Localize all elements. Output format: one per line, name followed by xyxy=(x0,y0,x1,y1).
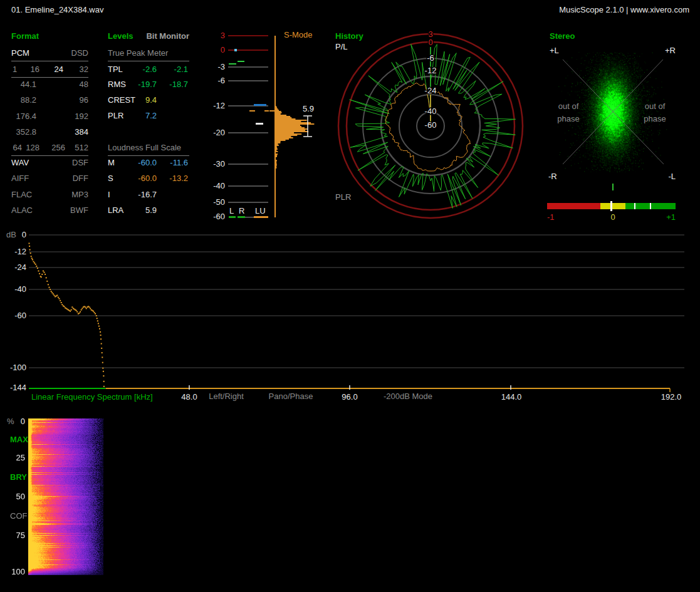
spectrogram-display xyxy=(28,418,103,575)
file-title: 01. Emeline_24X384.wav xyxy=(11,5,103,15)
svg-text:-60: -60 xyxy=(213,212,225,219)
format-divider xyxy=(11,77,88,78)
correlation-current-tick xyxy=(612,184,614,190)
format-value: 44.1 xyxy=(0,80,36,90)
correlation-label-zero: 0 xyxy=(607,212,619,222)
svg-text:-30: -30 xyxy=(213,159,225,169)
correlation-label-neg: -1 xyxy=(547,212,555,222)
levels-value: -2.1 xyxy=(158,65,188,75)
levels-value: 5.9 xyxy=(119,205,157,216)
brand-label: MusicScope 2.1.0 | www.xivero.com xyxy=(559,5,689,15)
correlation-segment xyxy=(547,203,600,209)
format-value: 384 xyxy=(51,127,88,137)
svg-text:-40: -40 xyxy=(14,284,26,294)
svg-text:0: 0 xyxy=(22,230,26,239)
svg-text:48.0: 48.0 xyxy=(181,392,197,402)
format-value: FLAC xyxy=(11,190,32,200)
peak-meter: 30-3-6-12-20-30-40-50-60LRLU xyxy=(212,31,271,219)
svg-text:-12: -12 xyxy=(213,101,225,110)
svg-text:-3: -3 xyxy=(217,62,225,71)
format-value: DSD xyxy=(51,48,88,58)
levels-divider xyxy=(108,155,189,156)
svg-text:0: 0 xyxy=(221,45,225,55)
levels-section-title: Loudness Full Scale xyxy=(108,143,181,153)
svg-text:-144: -144 xyxy=(10,383,26,392)
correlation-scale-tick xyxy=(650,203,651,209)
format-divider xyxy=(11,61,88,61)
spectrogram-marker-bry: BRY xyxy=(10,472,27,482)
svg-text:-40: -40 xyxy=(425,106,437,116)
format-value: 352.8 xyxy=(0,127,36,137)
svg-text:3: 3 xyxy=(221,31,225,40)
format-value: DFF xyxy=(51,174,88,184)
svg-text:dB: dB xyxy=(6,230,16,239)
tab-bit-monitor[interactable]: Bit Monitor xyxy=(135,31,189,41)
format-value: DSF xyxy=(51,158,88,168)
svg-text:-60: -60 xyxy=(14,311,26,320)
svg-text:L: L xyxy=(229,206,234,216)
format-value: 48 xyxy=(51,80,88,90)
gonio-corner-minus-l: -L xyxy=(661,172,676,182)
svg-text:5.9: 5.9 xyxy=(303,104,314,113)
levels-row-label: S xyxy=(108,174,113,184)
correlation-scale-tick xyxy=(634,203,635,209)
spectrogram-marker-cof: COF xyxy=(10,511,27,521)
format-value: 88.2 xyxy=(0,95,36,105)
svg-text:R: R xyxy=(239,206,244,216)
levels-divider xyxy=(108,61,189,61)
smode-histogram: 5.9 xyxy=(268,30,334,221)
svg-text:-24: -24 xyxy=(425,86,437,95)
goniometer-display xyxy=(558,52,668,172)
spectrogram-tick: 25 xyxy=(5,453,25,463)
history-polar-display: 30-6-12-24-40-60 xyxy=(332,28,530,226)
svg-text:0: 0 xyxy=(428,38,432,47)
levels-value: 7.2 xyxy=(119,111,157,121)
format-value: BWF xyxy=(51,205,88,216)
spectrum-title: Linear Frequency Spectrum [kHz] xyxy=(31,392,153,402)
spectrogram-marker-max: MAX xyxy=(10,435,28,445)
levels-value: -2.6 xyxy=(119,65,157,75)
format-header: Format xyxy=(11,31,39,41)
svg-text:-40: -40 xyxy=(213,181,225,190)
levels-row-label: I xyxy=(108,190,110,200)
svg-text:-50: -50 xyxy=(213,197,225,207)
svg-text:-60: -60 xyxy=(425,120,437,130)
correlation-marker xyxy=(610,201,612,211)
gonio-corner-minus-r: -R xyxy=(548,172,557,182)
format-value: WAV xyxy=(11,158,29,168)
levels-value: -60.0 xyxy=(119,158,157,168)
svg-text:-20: -20 xyxy=(213,128,225,137)
svg-text:LU: LU xyxy=(255,206,266,216)
format-value: PCM xyxy=(11,48,29,58)
levels-row-label: M xyxy=(108,158,115,168)
svg-text:-6: -6 xyxy=(217,76,225,85)
format-value: 176.4 xyxy=(0,112,36,122)
svg-text:-24: -24 xyxy=(14,262,26,272)
levels-section-title: True Peak Meter xyxy=(108,48,168,58)
svg-text:96.0: 96.0 xyxy=(342,392,357,402)
levels-value: -11.6 xyxy=(158,158,188,168)
mode-toggle[interactable]: Pano/Phase xyxy=(269,392,313,401)
svg-text:-12: -12 xyxy=(425,66,437,75)
spectrogram-tick: 100 xyxy=(5,567,25,577)
svg-text:-12: -12 xyxy=(14,247,26,256)
spectrogram-tick: 75 xyxy=(5,531,25,541)
frequency-spectrum-chart: 0-12-24-40-60-100-144dB48.096.0144.0192.… xyxy=(0,226,700,410)
mode-toggle[interactable]: Left/Right xyxy=(209,392,244,401)
correlation-segment xyxy=(600,203,625,209)
levels-value: -16.7 xyxy=(119,190,157,200)
musicscope-window: 01. Emeline_24X384.wav MusicScope 2.1.0 … xyxy=(0,0,700,592)
svg-text:-6: -6 xyxy=(427,53,434,63)
levels-value: -18.7 xyxy=(158,80,188,90)
format-value: 512 xyxy=(51,143,88,153)
spectrogram-tick: 0 xyxy=(5,417,25,427)
format-value: MP3 xyxy=(51,190,88,200)
levels-value: -19.7 xyxy=(119,80,157,90)
format-value: ALAC xyxy=(11,205,33,216)
svg-text:192.0: 192.0 xyxy=(661,392,682,402)
svg-text:144.0: 144.0 xyxy=(501,392,522,402)
mode-toggle[interactable]: -200dB Mode xyxy=(384,392,432,401)
spectrogram-tick: 50 xyxy=(5,492,25,502)
levels-value: -60.0 xyxy=(119,174,157,184)
stereo-header: Stereo xyxy=(550,31,575,41)
